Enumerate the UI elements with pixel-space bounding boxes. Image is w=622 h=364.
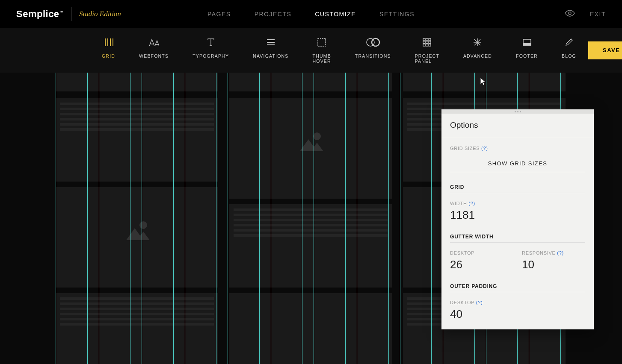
gutter-desktop-input[interactable] — [450, 258, 513, 271]
tool-grid[interactable]: GRID — [90, 37, 127, 64]
footer-icon — [522, 37, 532, 47]
help-link[interactable]: (?) — [557, 250, 564, 255]
nav-customize[interactable]: CUSTOMIZE — [315, 11, 356, 18]
tool-webfonts[interactable]: WEBFONTS — [127, 37, 181, 64]
sparkle-icon — [473, 37, 482, 47]
tool-transitions-label: TRANSITIONS — [355, 53, 391, 59]
width-input[interactable] — [450, 208, 585, 222]
grid-section-header: GRID — [450, 184, 585, 193]
svg-point-0 — [569, 12, 571, 15]
tool-blog-label: BLOG — [562, 53, 576, 59]
grid-column — [56, 73, 88, 364]
gutter-desktop-label: DESKTOP — [450, 250, 513, 255]
gutter-section-header: GUTTER WIDTH — [450, 234, 585, 243]
nav-projects[interactable]: PROJECTS — [255, 11, 292, 18]
nav-pages[interactable]: PAGES — [207, 11, 231, 18]
tool-project-panel[interactable]: PROJECT PANEL — [403, 37, 451, 64]
grid-column — [228, 73, 260, 364]
customize-toolbar: GRID WEBFONTS TYPOGRAPHY NAVIGATIONS THU… — [0, 28, 622, 73]
svg-rect-18 — [426, 44, 428, 46]
grid-column — [357, 73, 389, 364]
tools-row: GRID WEBFONTS TYPOGRAPHY NAVIGATIONS THU… — [90, 37, 588, 64]
tool-transitions[interactable]: TRANSITIONS — [343, 37, 403, 64]
help-link[interactable]: (?) — [481, 146, 488, 151]
grid-column — [142, 73, 174, 364]
grid-column — [271, 73, 303, 364]
width-label: WIDTH (?) — [450, 201, 585, 206]
svg-point-10 — [372, 38, 379, 46]
app-header: Semplice™ Studio Edition PAGES PROJECTS … — [0, 0, 622, 28]
save-button[interactable]: SAVE — [588, 41, 622, 59]
type-icon — [207, 37, 215, 47]
show-grid-sizes-button[interactable]: SHOW GRID SIZES — [450, 155, 585, 172]
svg-rect-19 — [429, 44, 431, 46]
svg-rect-13 — [429, 38, 431, 41]
gutter-responsive-input[interactable] — [522, 258, 585, 271]
tool-footer-label: FOOTER — [516, 53, 538, 59]
tool-advanced[interactable]: ADVANCED — [451, 37, 504, 64]
gutter-responsive-label: RESPONSIVE (?) — [522, 250, 585, 255]
help-link[interactable]: (?) — [468, 201, 475, 206]
panel-body: GRID SIZES (?) SHOW GRID SIZES GRID WIDT… — [441, 137, 594, 329]
outer-padding-header: OUTER PADDING — [450, 283, 585, 292]
nav-settings[interactable]: SETTINGS — [379, 11, 415, 18]
grid-column — [185, 73, 217, 364]
tool-typography[interactable]: TYPOGRAPHY — [181, 37, 241, 64]
font-icon — [148, 37, 160, 47]
outer-desktop-label: DESKTOP (?) — [450, 300, 585, 305]
grid-column — [99, 73, 131, 364]
grid9-icon — [423, 37, 431, 47]
outer-desktop-input[interactable] — [450, 308, 585, 321]
logo-divider — [71, 7, 71, 21]
pencil-icon — [565, 37, 573, 47]
svg-rect-15 — [426, 41, 428, 43]
options-panel: Options GRID SIZES (?) SHOW GRID SIZES G… — [441, 109, 594, 329]
tool-navigations[interactable]: NAVIGATIONS — [241, 37, 300, 64]
grid-column — [314, 73, 346, 364]
tool-blog[interactable]: BLOG — [550, 37, 588, 64]
width-field: WIDTH (?) — [450, 201, 585, 222]
tool-footer[interactable]: FOOTER — [504, 37, 550, 64]
grid-icon — [104, 37, 113, 47]
preview-icon[interactable] — [565, 10, 575, 18]
svg-rect-11 — [423, 38, 425, 41]
tool-webfonts-label: WEBFONTS — [139, 53, 169, 59]
help-link[interactable]: (?) — [476, 300, 483, 305]
svg-rect-12 — [426, 38, 428, 41]
grid-column — [400, 73, 432, 364]
logo-edition: Studio Edition — [79, 10, 121, 18]
svg-rect-25 — [523, 43, 531, 45]
tool-thumb-hover-label: THUMB HOVER — [313, 53, 331, 64]
tool-thumb-hover[interactable]: THUMB HOVER — [301, 37, 343, 64]
svg-rect-14 — [423, 41, 425, 43]
panel-drag-handle[interactable] — [441, 109, 594, 114]
exit-link[interactable]: EXIT — [590, 11, 606, 18]
panel-title: Options — [441, 114, 594, 137]
tool-grid-label: GRID — [102, 53, 115, 59]
svg-rect-17 — [423, 44, 425, 46]
header-right: EXIT — [565, 10, 606, 18]
svg-rect-16 — [429, 41, 431, 43]
main-nav: PAGES PROJECTS CUSTOMIZE SETTINGS — [207, 11, 415, 18]
tool-navigations-label: NAVIGATIONS — [253, 53, 288, 59]
outer-desktop-field: DESKTOP (?) — [450, 300, 585, 321]
tool-advanced-label: ADVANCED — [463, 53, 492, 59]
svg-rect-8 — [318, 38, 326, 46]
circles-icon — [364, 37, 382, 47]
tool-project-panel-label: PROJECT PANEL — [415, 53, 439, 64]
gutter-responsive-field: RESPONSIVE (?) — [522, 250, 585, 271]
logo-area: Semplice™ Studio Edition — [16, 7, 121, 21]
nav-lines-icon — [266, 37, 275, 47]
marquee-icon — [317, 37, 326, 47]
gutter-desktop-field: DESKTOP — [450, 250, 513, 271]
grid-sizes-label: GRID SIZES (?) — [450, 146, 585, 151]
logo: Semplice™ — [16, 9, 63, 20]
tool-typography-label: TYPOGRAPHY — [193, 53, 229, 59]
